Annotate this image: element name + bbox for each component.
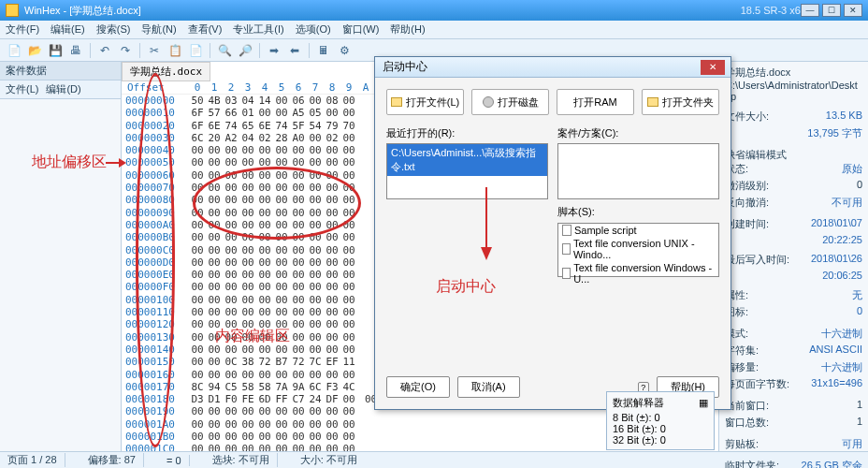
byte-cell[interactable]: 00 xyxy=(290,144,307,156)
byte-cell[interactable]: 00 xyxy=(290,306,307,318)
byte-cell[interactable]: 5F xyxy=(290,120,307,132)
byte-cell[interactable]: 00 xyxy=(223,256,239,269)
byte-cell[interactable]: 00 xyxy=(223,269,239,281)
byte-cell[interactable]: 00 xyxy=(239,331,256,344)
byte-cell[interactable]: 00 xyxy=(206,219,223,231)
byte-cell[interactable]: 00 xyxy=(290,244,307,256)
byte-cell[interactable]: 00 xyxy=(290,431,307,443)
byte-cell[interactable]: 00 xyxy=(324,144,340,156)
byte-cell[interactable]: 00 xyxy=(340,294,357,306)
case-list[interactable] xyxy=(557,143,719,199)
byte-cell[interactable]: 4B xyxy=(206,95,223,107)
byte-cell[interactable]: 00 xyxy=(307,318,324,330)
byte-cell[interactable]: 00 xyxy=(340,369,357,381)
byte-cell[interactable]: 00 xyxy=(223,344,239,356)
save-icon[interactable]: 💾 xyxy=(47,42,64,59)
byte-cell[interactable]: 00 xyxy=(189,256,206,269)
byte-cell[interactable]: 00 xyxy=(239,318,256,330)
byte-cell[interactable]: 00 xyxy=(239,405,256,417)
back-icon[interactable]: ⬅ xyxy=(286,42,303,59)
byte-cell[interactable]: 54 xyxy=(307,120,324,132)
byte-cell[interactable]: 00 xyxy=(273,294,290,306)
byte-cell[interactable]: 00 xyxy=(239,418,256,431)
byte-cell[interactable]: 00 xyxy=(307,344,324,356)
byte-cell[interactable]: 00 xyxy=(290,156,307,168)
byte-cell[interactable]: 00 xyxy=(256,256,273,269)
byte-cell[interactable]: A0 xyxy=(290,132,307,144)
menu-file[interactable]: 文件(F) xyxy=(6,22,39,37)
calc-icon[interactable]: 🖩 xyxy=(315,42,332,59)
goto-icon[interactable]: ➡ xyxy=(266,42,282,59)
byte-cell[interactable]: 00 xyxy=(206,318,223,330)
byte-cell[interactable]: 00 xyxy=(256,182,273,194)
ok-button[interactable]: 确定(O) xyxy=(386,376,450,398)
new-icon[interactable]: 📄 xyxy=(6,42,22,59)
byte-cell[interactable]: 6C xyxy=(189,132,206,144)
open-folder-button[interactable]: 打开文件夹 xyxy=(642,89,719,115)
byte-cell[interactable]: 00 xyxy=(307,405,324,417)
byte-cell[interactable]: 00 xyxy=(239,182,256,194)
byte-cell[interactable]: 00 xyxy=(206,431,223,443)
byte-cell[interactable]: 00 xyxy=(324,156,340,168)
byte-cell[interactable]: 00 xyxy=(307,269,324,281)
byte-cell[interactable]: 02 xyxy=(256,132,273,144)
byte-cell[interactable]: 00 xyxy=(189,244,206,256)
byte-cell[interactable]: 00 xyxy=(256,244,273,256)
byte-cell[interactable]: 00 xyxy=(206,369,223,381)
byte-cell[interactable]: 00 xyxy=(340,95,357,107)
byte-cell[interactable]: 00 xyxy=(223,144,239,156)
byte-cell[interactable]: 00 xyxy=(239,281,256,293)
byte-cell[interactable]: F3 xyxy=(324,381,340,393)
byte-cell[interactable]: 4C xyxy=(340,381,357,393)
byte-cell[interactable]: 00 xyxy=(324,431,340,443)
byte-cell[interactable]: 00 xyxy=(290,194,307,206)
byte-cell[interactable]: 00 xyxy=(223,306,239,318)
byte-cell[interactable]: 58 xyxy=(256,381,273,393)
byte-cell[interactable]: 00 xyxy=(307,207,324,219)
byte-cell[interactable]: 00 xyxy=(290,182,307,194)
settings-icon[interactable]: ⚙ xyxy=(336,42,353,59)
byte-cell[interactable]: C7 xyxy=(290,393,307,405)
byte-cell[interactable]: 00 xyxy=(340,194,357,206)
byte-cell[interactable]: 00 xyxy=(189,182,206,194)
open-ram-button[interactable]: 打开RAM xyxy=(557,89,634,115)
open-disk-button[interactable]: 打开磁盘 xyxy=(471,89,549,115)
open-icon[interactable]: 📂 xyxy=(26,42,43,59)
byte-cell[interactable]: 00 xyxy=(206,182,223,194)
byte-cell[interactable]: 00 xyxy=(340,107,357,119)
menu-view[interactable]: 查看(V) xyxy=(188,22,223,37)
byte-cell[interactable]: 00 xyxy=(206,344,223,356)
byte-cell[interactable]: 00 xyxy=(340,156,357,168)
byte-cell[interactable]: 00 xyxy=(206,156,223,168)
byte-cell[interactable]: 00 xyxy=(273,418,290,431)
byte-cell[interactable]: 00 xyxy=(340,418,357,431)
minimize-button[interactable]: — xyxy=(801,4,819,17)
byte-cell[interactable]: 00 xyxy=(273,194,290,206)
byte-cell[interactable]: 00 xyxy=(290,219,307,231)
byte-cell[interactable]: 00 xyxy=(290,443,307,451)
cancel-button[interactable]: 取消(A) xyxy=(457,376,520,398)
byte-cell[interactable]: 00 xyxy=(256,269,273,281)
byte-cell[interactable]: 00 xyxy=(273,219,290,231)
byte-cell[interactable]: 00 xyxy=(239,256,256,269)
byte-cell[interactable]: 00 xyxy=(324,219,340,231)
byte-cell[interactable]: 00 xyxy=(324,182,340,194)
byte-cell[interactable]: 00 xyxy=(256,369,273,381)
byte-cell[interactable]: 00 xyxy=(223,194,239,206)
undo-icon[interactable]: ↶ xyxy=(96,42,113,59)
byte-cell[interactable]: 00 xyxy=(307,194,324,206)
byte-cell[interactable]: 00 xyxy=(340,431,357,443)
byte-cell[interactable]: 00 xyxy=(189,405,206,417)
byte-cell[interactable]: 11 xyxy=(340,356,357,368)
byte-cell[interactable]: 00 xyxy=(324,169,340,182)
byte-cell[interactable]: 00 xyxy=(189,156,206,168)
find-icon[interactable]: 🔍 xyxy=(216,42,233,59)
byte-cell[interactable]: 00 xyxy=(239,144,256,156)
byte-cell[interactable]: 00 xyxy=(256,156,273,168)
byte-cell[interactable]: 00 xyxy=(223,182,239,194)
byte-cell[interactable]: 06 xyxy=(290,95,307,107)
byte-cell[interactable]: 72 xyxy=(256,356,273,368)
interp-settings-icon[interactable]: ▦ xyxy=(699,397,708,409)
byte-cell[interactable]: 00 xyxy=(307,281,324,293)
byte-cell[interactable]: 00 xyxy=(290,281,307,293)
